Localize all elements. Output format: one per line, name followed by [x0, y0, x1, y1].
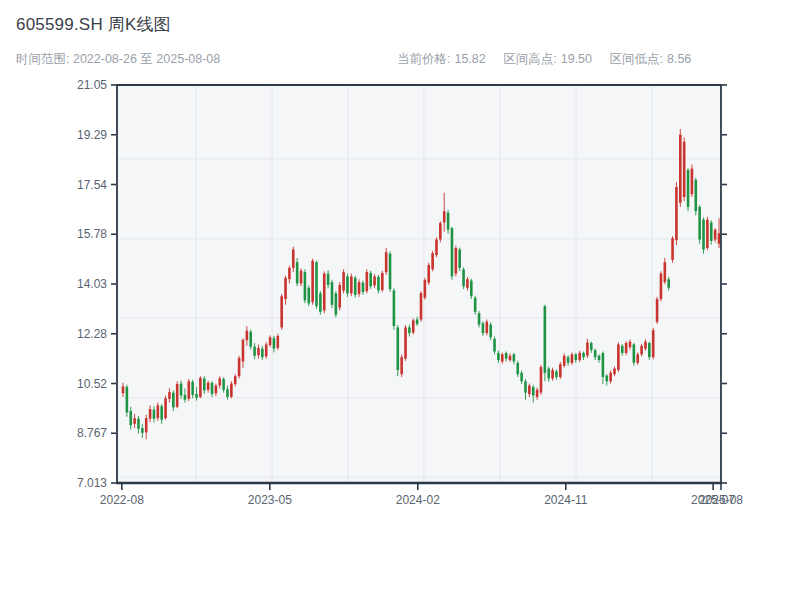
candle-body	[691, 169, 694, 195]
candle-body	[652, 330, 655, 357]
candle-body	[625, 343, 628, 353]
candle-body	[540, 367, 543, 393]
candle-body	[168, 392, 171, 399]
candle-body	[675, 187, 678, 240]
candle-body	[536, 390, 539, 397]
candle-body	[257, 348, 260, 355]
candle-body	[497, 353, 500, 360]
candle-body	[485, 322, 488, 333]
candle-body	[636, 354, 639, 363]
candle-body	[590, 343, 593, 350]
x-tick-label: 2025-08	[699, 493, 743, 507]
candle-body	[199, 378, 202, 397]
candle-body	[211, 383, 214, 394]
candle-body	[532, 387, 535, 396]
candle-body	[644, 342, 647, 349]
candle-body	[338, 285, 341, 308]
candle-body	[520, 373, 523, 382]
candle-body	[331, 282, 334, 305]
candle-body	[462, 269, 465, 286]
y-tick-label: 21.05	[77, 78, 107, 92]
y-tick-label: 19.29	[77, 128, 107, 142]
candle-body	[253, 347, 256, 356]
candle-body	[350, 276, 353, 293]
candle-body	[160, 406, 163, 419]
candle-body	[369, 273, 372, 286]
candle-body	[385, 252, 388, 272]
candle-body	[613, 369, 616, 375]
candle-body	[191, 382, 194, 395]
candle-body	[516, 363, 519, 374]
candle-body	[319, 293, 322, 311]
candle-body	[710, 223, 713, 241]
candle-body	[640, 346, 643, 355]
candle-body	[207, 383, 210, 390]
candle-body	[439, 223, 442, 239]
candle-body	[389, 254, 392, 289]
candle-body	[133, 418, 136, 424]
candle-body	[474, 298, 477, 312]
x-tick-label: 2024-11	[544, 493, 587, 507]
candle-body	[164, 398, 167, 418]
kline-figure: 605599.SH 周K线图 时间范围: 2022-08-26 至 2025-0…	[0, 0, 800, 600]
candle-body	[648, 343, 651, 357]
candle-body	[172, 393, 175, 408]
candle-body	[609, 373, 612, 382]
candle-body	[575, 354, 578, 360]
candle-body	[315, 262, 318, 306]
candle-body	[714, 230, 717, 240]
candle-body	[307, 288, 310, 304]
candle-body	[416, 319, 419, 324]
candle-body	[396, 327, 399, 370]
candle-body	[404, 327, 407, 358]
candle-body	[563, 356, 566, 366]
candle-body	[427, 265, 430, 283]
candle-body	[218, 378, 221, 385]
candle-body	[346, 276, 349, 293]
candle-body	[683, 142, 686, 197]
candle-body	[679, 135, 682, 203]
candle-body	[269, 337, 272, 345]
candle-body	[187, 381, 190, 399]
candle-body	[195, 394, 198, 398]
candle-body	[509, 356, 512, 360]
candle-body	[153, 410, 156, 419]
candle-body	[184, 395, 187, 400]
candle-body	[249, 332, 252, 347]
candle-body	[327, 274, 330, 285]
candle-body	[605, 376, 608, 382]
y-tick-label: 10.52	[77, 377, 107, 391]
candle-body	[671, 238, 674, 260]
candle-body	[420, 293, 423, 319]
candle-body	[149, 409, 152, 419]
candle-body	[242, 340, 245, 362]
candle-body	[400, 357, 403, 374]
y-tick-label: 7.013	[77, 476, 107, 490]
candle-body	[578, 353, 581, 360]
candle-body	[621, 346, 624, 353]
candle-body	[354, 278, 357, 295]
candle-body	[667, 279, 670, 288]
candle-body	[122, 386, 125, 393]
candle-body	[129, 411, 132, 425]
candle-body	[176, 384, 179, 407]
candle-body	[377, 277, 380, 291]
candle-body	[547, 369, 550, 379]
candle-body	[180, 384, 183, 396]
x-tick-label: 2022-08	[100, 493, 144, 507]
candle-body	[311, 261, 314, 302]
candle-body	[273, 338, 276, 348]
candle-body	[660, 274, 663, 300]
candle-body	[687, 170, 690, 207]
candle-body	[656, 299, 659, 322]
candle-body	[544, 306, 547, 373]
candle-body	[373, 276, 376, 285]
candle-body	[431, 253, 434, 269]
candle-body	[451, 228, 454, 276]
candle-body	[447, 213, 450, 230]
candle-body	[513, 354, 516, 361]
candle-body	[277, 336, 280, 348]
candle-body	[698, 207, 701, 240]
candle-body	[706, 220, 709, 248]
plot-background	[117, 85, 721, 483]
